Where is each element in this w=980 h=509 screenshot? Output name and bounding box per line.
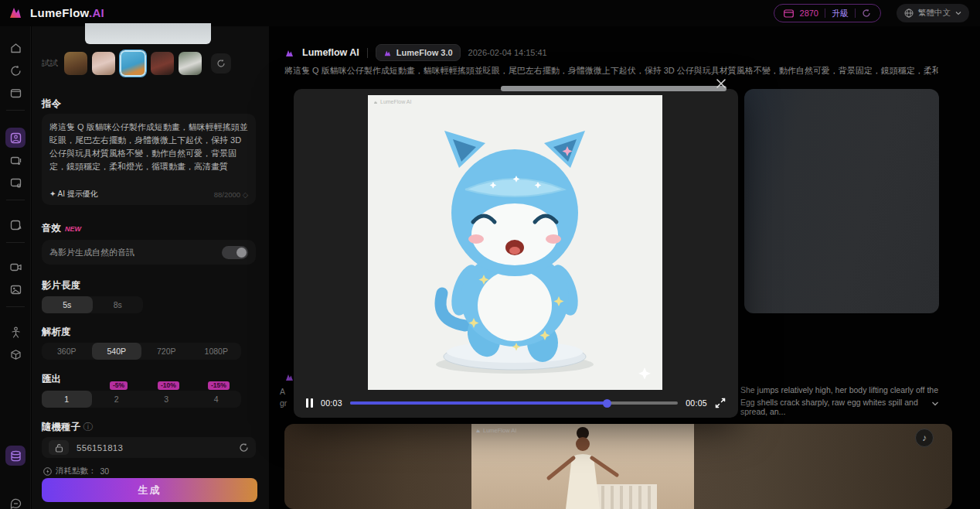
resolution-option-720p[interactable]: 720P — [141, 343, 192, 360]
reference-row: 試試 — [42, 50, 259, 77]
chat-support-icon[interactable] — [5, 494, 26, 509]
reference-thumb-1[interactable] — [64, 52, 87, 75]
upgrade-button[interactable]: 升級 — [832, 8, 849, 19]
credits-count: 2870 — [800, 9, 818, 18]
generate-button[interactable]: 生成 — [42, 478, 257, 502]
bottom-video-row[interactable]: LumeFlow AI ♪ — [284, 424, 952, 509]
camera-icon[interactable] — [5, 257, 26, 277]
export-option-1[interactable]: 1 — [42, 391, 92, 408]
video-player[interactable]: LumeFlow AI — [368, 95, 662, 390]
resolution-option-1080p[interactable]: 1080P — [192, 343, 242, 360]
seed-refresh-icon[interactable] — [239, 442, 249, 453]
model-badge[interactable]: LumeFlow 3.0 — [376, 44, 461, 61]
audio-toggle[interactable] — [222, 246, 248, 259]
result-header: Lumeflow AI LumeFlow 3.0 2026-02-04 14:1… — [284, 44, 547, 61]
prompt-text: 將這隻 Q 版貓咪公仔製作成短動畫，貓咪輕輕搖頭並眨眼，尾巴左右擺動，身體微微上… — [49, 121, 248, 173]
export-discount-badges: -5% -10% -15% — [42, 381, 241, 391]
video-clip-icon[interactable] — [5, 173, 26, 193]
export-count-options: 1 2 3 4 — [42, 391, 241, 408]
app-root: LumeFlow.AI 2870 升級 繁體中文 — [0, 0, 980, 509]
app-logo[interactable]: LumeFlow.AI — [8, 4, 104, 21]
info-icon[interactable]: ⓘ — [83, 422, 93, 432]
fullscreen-button[interactable] — [715, 398, 726, 408]
reference-label: 試試 — [42, 58, 58, 69]
bottom-video-thumbnail[interactable]: LumeFlow AI — [471, 424, 694, 509]
refresh-credits-icon[interactable] — [862, 9, 871, 18]
result-video-card[interactable] — [744, 89, 939, 313]
prompt-footer: ✦ AI 提示優化 88/2000 ◇ — [49, 189, 248, 200]
rail-divider — [6, 110, 25, 111]
prompt-textarea[interactable]: 將這隻 Q 版貓咪公仔製作成短動畫，貓咪輕輕搖頭並眨眼，尾巴左右擺動，身體微微上… — [42, 114, 256, 205]
cost-row: 消耗點數： 30 — [43, 466, 109, 477]
template-cards-icon[interactable] — [5, 150, 26, 170]
export-option-3[interactable]: 3 — [141, 391, 192, 408]
seek-handle[interactable] — [603, 399, 611, 408]
audio-section-label: 音效NEW — [42, 222, 81, 235]
assets-box-icon[interactable] — [5, 344, 26, 364]
reference-thumb-5[interactable] — [179, 52, 202, 75]
nav-rail — [0, 26, 31, 509]
audio-toggle-row: 為影片生成自然的音訊 — [42, 240, 256, 265]
divider — [855, 9, 856, 18]
audio-track-button[interactable]: ♪ — [915, 429, 934, 447]
database-icon[interactable] — [5, 446, 26, 466]
logo-icon — [8, 4, 25, 21]
reference-thumb-3-selected[interactable] — [120, 50, 146, 77]
globe-icon — [904, 9, 914, 18]
history-icon[interactable] — [5, 60, 26, 80]
rail-divider — [6, 306, 25, 307]
seek-bar-fill — [350, 401, 607, 405]
seed-input[interactable]: 556151813 — [77, 443, 231, 453]
video-preview-modal: LumeFlow AI 00:03 00:05 — [294, 89, 738, 418]
toggle-knob — [236, 248, 247, 258]
reference-refresh-button[interactable] — [211, 53, 231, 73]
result2-description-line2: Egg shells crack sharply, raw egg whites… — [740, 398, 932, 416]
divider — [825, 9, 825, 18]
export-option-2[interactable]: 2 — [92, 391, 142, 408]
image-to-video-icon-active[interactable] — [5, 128, 26, 148]
settings-panel: 試試 指令 將這隻 Q 版貓咪公仔製作成短動畫，貓咪輕輕搖頭並眨眼，尾巴左右擺動… — [32, 26, 269, 509]
home-icon[interactable] — [5, 38, 26, 58]
projects-folder-icon[interactable] — [5, 83, 26, 103]
resolution-option-360p[interactable]: 360P — [42, 343, 92, 360]
expand-chevron-icon[interactable] — [931, 401, 939, 407]
seek-bar[interactable] — [350, 401, 678, 405]
resolution-option-540p[interactable]: 540P — [92, 343, 142, 360]
motion-capture-icon[interactable] — [5, 322, 26, 342]
export-option-4[interactable]: 4 — [192, 391, 242, 408]
result2-description-line1: She jumps relatively high, her body lift… — [740, 385, 941, 395]
duration-options: 5s 8s — [42, 296, 143, 313]
total-time: 00:05 — [686, 398, 707, 408]
pause-button[interactable] — [306, 398, 313, 408]
audio-toggle-label: 為影片生成自然的音訊 — [49, 247, 134, 258]
duration-option-5s[interactable]: 5s — [42, 296, 93, 313]
chevron-down-icon — [955, 11, 961, 15]
top-header-bar: LumeFlow.AI 2870 升級 繁體中文 — [0, 0, 980, 26]
divider — [367, 48, 368, 58]
reference-image-preview[interactable] — [85, 23, 211, 44]
credits-pill[interactable]: 2870 升級 — [774, 4, 881, 22]
photo-icon[interactable] — [5, 279, 26, 299]
image-edit-icon[interactable] — [5, 215, 26, 235]
player-controls: 00:03 00:05 — [294, 395, 738, 412]
language-label: 繁體中文 — [918, 8, 951, 19]
duration-option-8s[interactable]: 8s — [93, 296, 144, 313]
reference-thumb-2[interactable] — [92, 52, 115, 75]
modal-horizontal-scrollbar[interactable] — [501, 86, 726, 91]
new-badge: NEW — [65, 225, 81, 233]
ai-optimize-button[interactable]: ✦ AI 提示優化 — [49, 189, 98, 200]
resolution-options: 360P 540P 720P 1080P — [42, 343, 241, 360]
watermark-icon — [373, 100, 378, 104]
lock-open-icon[interactable] — [49, 440, 69, 455]
result-timestamp: 2026-02-04 14:15:41 — [468, 48, 547, 57]
current-time: 00:03 — [321, 398, 342, 408]
modal-close-icon[interactable] — [714, 77, 728, 91]
language-selector[interactable]: 繁體中文 — [897, 4, 969, 22]
result2-left-fragment-2: gr — [280, 398, 287, 408]
points-icon — [43, 467, 52, 476]
result2-left-fragment-1: A — [280, 387, 285, 396]
cat-figurine-video-frame — [368, 95, 662, 390]
char-counter: 88/2000 ◇ — [214, 190, 248, 199]
duration-section-label: 影片長度 — [42, 279, 80, 292]
reference-thumb-4[interactable] — [151, 52, 174, 75]
